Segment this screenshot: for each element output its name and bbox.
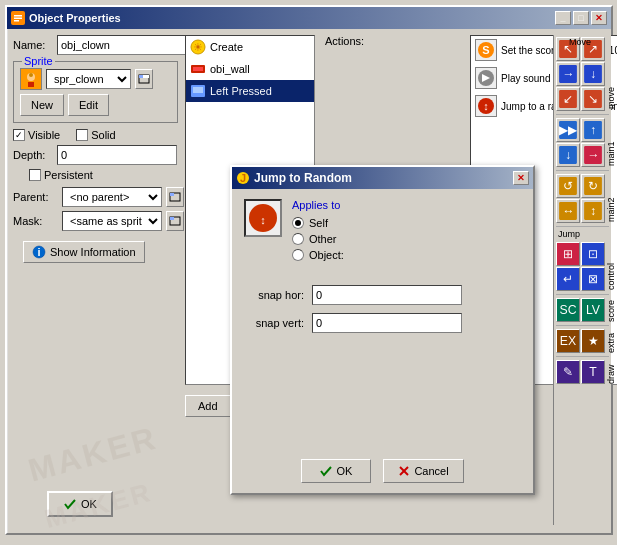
snap-vert-label: snap vert: — [244, 317, 304, 329]
jump-btn-1[interactable]: ⊞ — [556, 242, 580, 266]
event-collision[interactable]: obi_wall — [186, 58, 314, 80]
move-btn-4[interactable]: ↓ — [581, 62, 605, 86]
title-bar-left: Object Properties — [11, 11, 121, 25]
persistent-label: Persistent — [44, 169, 93, 181]
svg-rect-3 — [14, 20, 19, 22]
svg-text:↑: ↑ — [590, 123, 596, 137]
draw-tab-label[interactable]: draw — [606, 360, 617, 384]
maximize-button[interactable]: □ — [573, 11, 589, 25]
ok-button-main[interactable]: OK — [47, 491, 113, 517]
svg-text:⊞: ⊞ — [563, 247, 573, 261]
extra-btn-1[interactable]: EX — [556, 329, 580, 353]
sprite-browse-button[interactable] — [135, 69, 153, 89]
move-tab-label[interactable]: move — [606, 37, 617, 109]
svg-text:↕: ↕ — [260, 214, 266, 226]
jump-action-icon: ↕ — [475, 95, 497, 117]
main1-tab-label[interactable]: main1 — [606, 118, 617, 166]
extra-btn-2[interactable]: ★ — [581, 329, 605, 353]
self-radio-button[interactable] — [292, 217, 304, 229]
new-sprite-button[interactable]: New — [20, 94, 64, 116]
main2-btn-3[interactable]: ↔ — [556, 199, 580, 223]
main2-btn-4[interactable]: ↕ — [581, 199, 605, 223]
extra-section: EX ★ extra — [554, 327, 611, 355]
radio-self[interactable]: Self — [292, 217, 344, 229]
name-input[interactable] — [57, 35, 197, 55]
event-left-pressed[interactable]: Left Pressed — [186, 80, 314, 102]
dialog-close-button[interactable]: ✕ — [513, 171, 529, 185]
sprite-select[interactable]: spr_clown — [46, 69, 131, 89]
svg-rect-1 — [14, 15, 22, 17]
svg-point-5 — [29, 73, 33, 77]
draw-btn-1[interactable]: ✎ — [556, 360, 580, 384]
solid-checkbox[interactable] — [76, 129, 88, 141]
add-event-button[interactable]: Add — [185, 395, 231, 417]
dialog-cancel-button[interactable]: Cancel — [383, 459, 463, 483]
jump-btn-2[interactable]: ⊡ — [581, 242, 605, 266]
close-button[interactable]: ✕ — [591, 11, 607, 25]
jump-btn-4[interactable]: ⊠ — [581, 267, 605, 291]
collision-event-icon — [190, 61, 206, 77]
svg-text:SC: SC — [560, 303, 577, 317]
main1-btn-2[interactable]: ↑ — [581, 118, 605, 142]
other-radio-button[interactable] — [292, 233, 304, 245]
svg-rect-21 — [193, 87, 203, 93]
svg-text:J: J — [240, 172, 246, 184]
jump-btn-3[interactable]: ↵ — [556, 267, 580, 291]
parent-select[interactable]: <no parent> — [62, 187, 162, 207]
svg-rect-2 — [14, 18, 22, 20]
move-section-title: Move — [569, 37, 591, 47]
snap-vert-row: snap vert: — [244, 313, 521, 333]
actions-header: Actions: — [325, 35, 364, 47]
show-information-button[interactable]: i Show Information — [23, 241, 145, 263]
main2-btn-2[interactable]: ↻ — [581, 174, 605, 198]
ok-check-icon — [320, 465, 332, 477]
main1-btn-1[interactable]: ▶▶ — [556, 118, 580, 142]
draw-btn-2[interactable]: T — [581, 360, 605, 384]
extra-tab-label[interactable]: extra — [606, 329, 617, 353]
move-btn-6[interactable]: ↘ — [581, 87, 605, 111]
move-btn-3[interactable]: → — [556, 62, 580, 86]
snap-vert-input[interactable] — [312, 313, 462, 333]
parent-browse-button[interactable] — [166, 187, 184, 207]
dialog-cancel-label: Cancel — [414, 465, 448, 477]
depth-input[interactable] — [57, 145, 177, 165]
svg-rect-8 — [139, 75, 143, 78]
snap-hor-row: snap hor: — [244, 285, 521, 305]
sprite-buttons: New Edit — [20, 94, 171, 116]
minimize-button[interactable]: _ — [555, 11, 571, 25]
draw-icon-grid: ✎ T — [556, 360, 605, 384]
divider-5 — [556, 325, 609, 326]
jump-icon-grid: ⊞ ⊡ ↵ ⊠ — [556, 242, 605, 291]
persistent-checkbox[interactable] — [29, 169, 41, 181]
keyboard-event-icon — [190, 83, 206, 99]
object-radio-button[interactable] — [292, 249, 304, 261]
svg-text:↺: ↺ — [563, 179, 573, 193]
main2-btn-1[interactable]: ↺ — [556, 174, 580, 198]
move-btn-5[interactable]: ↙ — [556, 87, 580, 111]
solid-checkbox-item: Solid — [76, 129, 115, 141]
main2-tab-label[interactable]: main2 — [606, 174, 617, 222]
visible-checkbox[interactable] — [13, 129, 25, 141]
svg-text:↓: ↓ — [590, 67, 596, 81]
snap-hor-input[interactable] — [312, 285, 462, 305]
radio-other[interactable]: Other — [292, 233, 344, 245]
score-btn-1[interactable]: SC — [556, 298, 580, 322]
mask-select[interactable]: <same as sprite> — [62, 211, 162, 231]
event-create[interactable]: ☀ Create — [186, 36, 314, 58]
score-btn-2[interactable]: LV — [581, 298, 605, 322]
dialog-ok-button[interactable]: OK — [301, 459, 371, 483]
main1-btn-4[interactable]: → — [581, 143, 605, 167]
mask-browse-button[interactable] — [166, 211, 184, 231]
main1-btn-3[interactable]: ↓ — [556, 143, 580, 167]
svg-text:→: → — [587, 148, 599, 162]
jump-dialog-icon: ↕ — [244, 199, 282, 237]
radio-object[interactable]: Object: — [292, 249, 344, 261]
score-tab-label[interactable]: score — [606, 298, 617, 322]
edit-sprite-button[interactable]: Edit — [68, 94, 109, 116]
svg-text:↻: ↻ — [588, 179, 598, 193]
dialog-ok-label: OK — [336, 465, 352, 477]
control-tab-label[interactable]: control — [606, 242, 617, 290]
dialog-footer: OK Cancel — [232, 459, 533, 483]
svg-text:★: ★ — [588, 334, 599, 348]
sprite-section: Sprite spr_clown — [13, 61, 178, 123]
